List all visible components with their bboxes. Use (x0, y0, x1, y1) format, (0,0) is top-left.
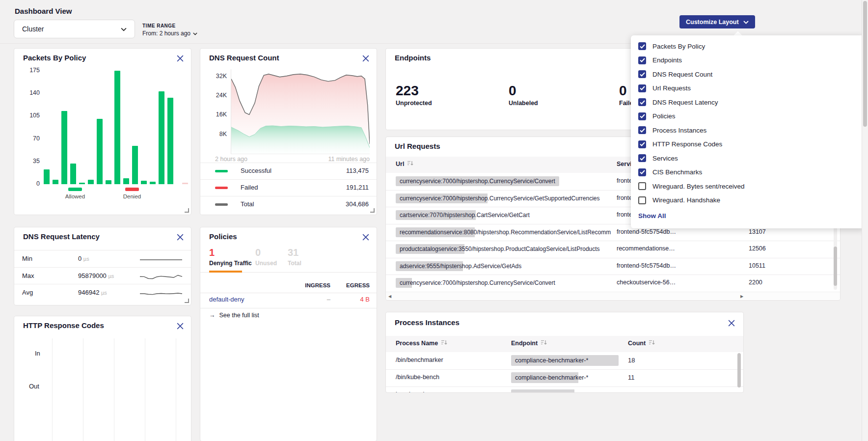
sort-icon[interactable] (441, 340, 447, 347)
menu-item-label: Endpoints (652, 56, 682, 64)
dns-request-latency-card: DNS Request Latency Min0 µsMax95879000 µ… (14, 227, 191, 305)
checkbox-icon[interactable] (638, 182, 646, 190)
vertical-scrollbar-thumb[interactable] (834, 247, 837, 286)
resize-handle[interactable] (370, 208, 375, 213)
column-header-count[interactable]: Count (628, 340, 655, 347)
policies-tab-denying-traffic[interactable]: 1Denying Traffic (209, 247, 252, 267)
close-icon[interactable] (362, 55, 370, 62)
legend-label: Successful (241, 167, 271, 174)
checkbox-icon[interactable] (638, 126, 646, 134)
table-row[interactable]: productcatalogservice:3550/hipstershop.P… (386, 241, 840, 258)
checkbox-icon[interactable] (638, 42, 646, 50)
table-row[interactable]: /bin/benchmarkercompliance-benchmarker-*… (386, 352, 743, 370)
close-icon[interactable] (728, 319, 735, 327)
policy-link[interactable]: default-deny (209, 296, 244, 303)
count-cell: 10511 (749, 262, 765, 269)
menu-item[interactable]: Services (631, 151, 865, 165)
horizontal-scrollbar[interactable]: ◀ ▶ (386, 292, 840, 300)
menu-item[interactable]: Packets By Policy (631, 39, 865, 54)
menu-item[interactable]: DNS Request Count (631, 67, 865, 82)
checkbox-icon[interactable] (638, 112, 646, 120)
checkbox-icon[interactable] (638, 140, 646, 148)
checkbox-icon[interactable] (638, 56, 646, 64)
latency-row: Max95879000 µs (14, 267, 191, 284)
menu-item[interactable]: DNS Request Latency (631, 95, 865, 110)
tab-count: 31 (288, 247, 301, 258)
resize-handle[interactable] (185, 208, 189, 213)
checkbox-icon[interactable] (638, 154, 646, 162)
endpoint-stat: 223Unprotected (396, 83, 432, 107)
row-label-out: Out (29, 383, 39, 390)
vertical-scrollbar[interactable] (737, 353, 741, 391)
sort-icon[interactable] (407, 161, 413, 167)
view-selector[interactable]: Cluster (14, 20, 135, 38)
table-row[interactable]: benchmarkercompliance-benchmarker-*9 (386, 386, 743, 393)
legend-item-denied: Denied (117, 188, 147, 199)
process-name-cell: /bin/kube-bench (396, 374, 439, 381)
table-row[interactable]: /bin/kube-benchcompliance-benchmarker-*1… (386, 369, 743, 387)
policies-tab-total[interactable]: 31Total (288, 247, 301, 267)
allowed-bar (150, 182, 156, 184)
latency-value: 95879000 µs (78, 272, 114, 279)
url-cell: currencyservice:7000/hipstershop.Currenc… (396, 176, 559, 186)
tab-label: Total (288, 260, 301, 267)
menu-item[interactable]: Policies (631, 110, 865, 124)
count-cell: 18 (628, 357, 635, 364)
scroll-right-icon[interactable]: ▶ (739, 293, 744, 300)
column-header-process-name[interactable]: Process Name (396, 340, 447, 347)
checkbox-icon[interactable] (638, 98, 646, 106)
endpoint-cell: compliance-benchmarker-* (511, 355, 619, 366)
customize-layout-button[interactable]: Customize Layout (679, 15, 755, 28)
menu-item[interactable]: Wireguard. Bytes sent/received (631, 179, 865, 193)
y-tick-label: 24K (207, 92, 227, 99)
page-title: Dashboard View (15, 7, 72, 15)
url-cell: recommendationservice:8080/hipstershop.R… (396, 227, 615, 237)
column-header-label: Count (628, 340, 646, 347)
column-header-url[interactable]: Url (396, 161, 413, 167)
close-icon[interactable] (176, 55, 184, 62)
table-row[interactable]: currencyservice:7000/hipstershop.Currenc… (386, 275, 840, 292)
customize-layout-label: Customize Layout (686, 19, 739, 26)
legend-row: Failed191,211 (200, 179, 377, 196)
page-scrollbar-thumb[interactable] (863, 1, 867, 127)
checkbox-icon[interactable] (638, 84, 646, 92)
menu-item[interactable]: HTTP Response Codes (631, 138, 865, 152)
time-range-value[interactable]: From: 2 hours ago (142, 30, 197, 37)
see-full-list-link[interactable]: → See the full list (209, 312, 259, 319)
sort-icon[interactable] (649, 340, 655, 347)
resize-handle[interactable] (185, 299, 189, 303)
denied-swatch (125, 188, 139, 191)
vertical-scrollbar-thumb[interactable] (737, 353, 741, 387)
menu-item[interactable]: Process Instances (631, 123, 865, 138)
bar-chart-legend: Allowed Denied (44, 188, 191, 207)
close-icon[interactable] (176, 322, 184, 330)
unit-label: µs (83, 256, 89, 262)
menu-item[interactable]: Wireguard. Handshake (631, 193, 865, 208)
sort-icon[interactable] (541, 340, 547, 347)
table-row[interactable]: adservice:9555/hipstershop.AdService/Get… (386, 258, 840, 276)
page-scrollbar[interactable] (862, 0, 868, 441)
close-icon[interactable] (176, 233, 184, 241)
latency-row: Min0 µs (14, 250, 191, 267)
show-all-link[interactable]: Show All (638, 210, 666, 221)
close-icon[interactable] (362, 233, 370, 241)
policies-tab-unused[interactable]: 0Unused (255, 247, 277, 267)
menu-item[interactable]: Url Requests (631, 82, 865, 96)
y-tick-label: 8K (207, 131, 227, 138)
area-chart-legend: Successful113,475Failed191,211Total304,6… (200, 163, 377, 213)
checkbox-icon[interactable] (638, 196, 646, 204)
url-cell: currencyservice:7000/hipstershop.Currenc… (396, 278, 559, 288)
egress-header: EGRESS (330, 282, 370, 288)
allowed-swatch (68, 188, 82, 191)
menu-item[interactable]: Endpoints (631, 54, 865, 68)
allowed-bar (167, 98, 173, 184)
column-header-label: Process Name (396, 340, 438, 347)
checkbox-icon[interactable] (638, 70, 646, 78)
packets-by-policy-card: Packets By Policy Allowed Denied 0357010… (14, 48, 191, 215)
column-header-endpoint[interactable]: Endpoint (511, 340, 547, 347)
scroll-left-icon[interactable]: ◀ (387, 293, 392, 300)
legend-value: 304,686 (346, 200, 369, 208)
menu-item[interactable]: CIS Benchmarks (631, 165, 865, 180)
http-response-codes-card: HTTP Response Codes In Out (14, 316, 191, 441)
checkbox-icon[interactable] (638, 168, 646, 176)
